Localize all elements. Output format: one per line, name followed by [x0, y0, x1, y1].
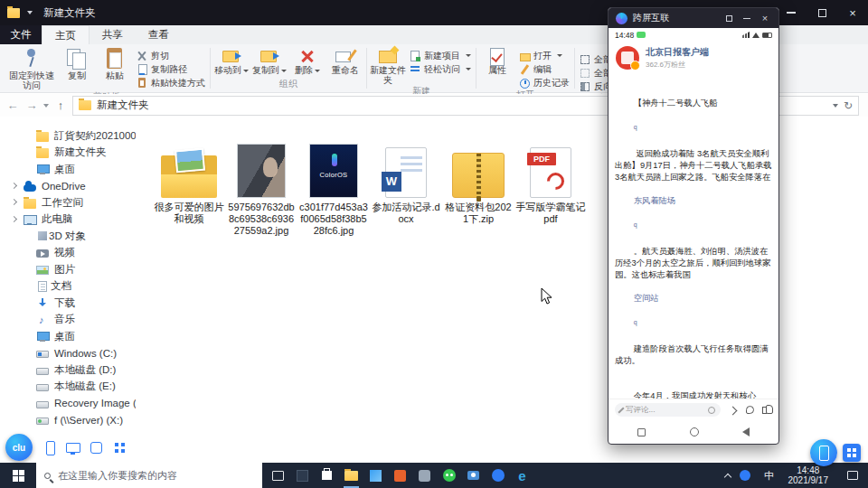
file-item[interactable]: 格证资料包2021下.zip — [443, 138, 514, 237]
phone-close-icon[interactable]: × — [759, 8, 771, 28]
phone-mirror-button[interactable] — [810, 439, 837, 466]
sidebar-item[interactable]: 音乐 — [0, 312, 136, 329]
file-item[interactable]: PDF 手写版学霸笔记pdf — [515, 138, 586, 237]
close-button[interactable]: × — [837, 0, 868, 25]
file-explorer-icon[interactable] — [339, 463, 363, 488]
sidebar-item[interactable]: 此电脑 — [0, 211, 136, 229]
sidebar-item[interactable]: 本地磁盘 (D:) — [0, 361, 136, 379]
new-item-button[interactable]: 新建项目 — [408, 50, 473, 61]
expand-chevron-icon[interactable] — [11, 215, 17, 221]
maximize-button[interactable] — [807, 0, 837, 25]
app-blue-circle-icon[interactable] — [486, 463, 510, 488]
cut-button[interactable]: 剪切 — [135, 50, 207, 61]
wechat-icon[interactable] — [437, 463, 461, 488]
sidebar-item[interactable]: 本地磁盘 (E:) — [0, 379, 136, 396]
taskbar-search[interactable] — [36, 463, 262, 488]
expand-chevron-icon[interactable] — [11, 182, 17, 188]
monitor-icon[interactable] — [66, 441, 80, 455]
cross-screen-logo-button[interactable]: clu — [5, 434, 33, 461]
sidebar-item[interactable]: 3D 对象 — [0, 228, 136, 245]
comment-icon[interactable] — [745, 405, 755, 415]
search-input[interactable] — [58, 470, 254, 481]
sidebar-item[interactable]: 下载 — [0, 295, 136, 312]
file-item[interactable]: 很多可爱的图片和视频 — [154, 138, 224, 237]
open-button[interactable]: 打开 — [517, 50, 571, 61]
phone-icon[interactable] — [42, 441, 56, 455]
apps-panel-button[interactable] — [843, 444, 861, 462]
apps-grid-icon[interactable] — [113, 441, 127, 455]
recent-locations-chevron-icon[interactable] — [43, 104, 49, 108]
recents-icon[interactable] — [637, 428, 646, 436]
back-button[interactable]: ← — [5, 99, 20, 112]
share-icon[interactable] — [728, 405, 738, 415]
sidebar-item[interactable]: 新建文件夹 — [0, 145, 136, 162]
emoji-icon[interactable] — [708, 407, 715, 414]
app-dark-blue-icon[interactable] — [290, 463, 315, 488]
sidebar-item[interactable]: 工作空间 — [0, 194, 136, 211]
home-icon[interactable] — [690, 427, 699, 436]
app-orange-icon[interactable] — [388, 463, 412, 488]
app-gray-icon[interactable] — [412, 463, 437, 488]
pin-to-quick-access-button[interactable]: 固定到快速访问 — [6, 46, 57, 90]
phone-minimize-icon[interactable] — [741, 8, 753, 28]
sidebar-item[interactable]: f (\\Server) (X:) — [0, 412, 136, 429]
qat-customize-chevron-icon[interactable] — [27, 11, 33, 14]
tab-file[interactable]: 文件 — [0, 25, 42, 44]
delete-button[interactable]: 删除 — [289, 46, 326, 75]
action-center-button[interactable] — [837, 463, 868, 488]
sidebar-item[interactable]: Windows (C:) — [0, 345, 136, 362]
taskbar-clock[interactable]: 14:48 2021/9/17 — [779, 465, 838, 485]
new-folder-icon — [378, 47, 398, 65]
hidden-icons-chevron-icon[interactable] — [723, 474, 731, 481]
sidebar-item[interactable]: Recovery Image (F:) — [0, 395, 136, 412]
store-icon[interactable] — [315, 463, 339, 488]
account-name[interactable]: 北京日报客户端 — [646, 46, 709, 59]
history-button[interactable]: 历史记录 — [517, 77, 571, 89]
paste-button[interactable]: 粘贴 — [97, 46, 133, 80]
tab-view[interactable]: 查看 — [136, 25, 182, 44]
comment-input[interactable]: 写评论... — [615, 403, 721, 417]
new-folder-button[interactable]: 新建文件夹 — [370, 46, 406, 85]
photos-icon[interactable] — [363, 463, 388, 488]
sidebar-item[interactable]: OneDrive — [0, 178, 136, 195]
minimize-button[interactable] — [776, 0, 807, 25]
copy-button[interactable]: 复制 — [59, 46, 95, 80]
sidebar-item[interactable]: 文档 — [0, 278, 136, 296]
phone-window-titlebar[interactable]: 跨屏互联 × — [609, 8, 778, 28]
like-icon[interactable] — [762, 405, 772, 415]
address-dropdown-chevron-icon[interactable] — [833, 104, 838, 108]
rename-button[interactable]: 重命名 — [327, 46, 363, 75]
ime-indicator[interactable]: 中 — [760, 469, 779, 483]
sidebar-item[interactable]: 图片 — [0, 261, 136, 278]
task-view-icon[interactable] — [266, 463, 290, 488]
file-item[interactable]: W 参加活动记录.docx — [371, 138, 441, 237]
expand-chevron-icon[interactable] — [11, 199, 17, 205]
edge-browser-icon[interactable]: e — [510, 463, 534, 488]
camera-app-icon[interactable] — [461, 463, 486, 488]
sidebar-item[interactable]: 訂貨契約20210005-104 — [0, 127, 136, 145]
copy-to-button[interactable]: 复制到 — [251, 46, 288, 75]
move-to-button[interactable]: 移动到 — [213, 46, 250, 75]
easy-access-button[interactable]: 轻松访问 — [408, 63, 473, 75]
refresh-icon[interactable]: ↻ — [844, 99, 853, 112]
file-item[interactable]: 5975697632db8c69538c693627559a2.jpg — [226, 138, 297, 237]
sidebar-item[interactable]: 视频 — [0, 245, 136, 262]
up-button[interactable]: ↑ — [53, 99, 68, 112]
properties-button[interactable]: 属性 — [479, 46, 515, 75]
start-button[interactable] — [0, 463, 36, 488]
tray-app-icon[interactable] — [740, 470, 750, 481]
screen-mirror-icon[interactable] — [90, 441, 103, 455]
file-item[interactable]: ColorOS c301f77d453a3f0065d58f38b528fc6.… — [298, 138, 369, 237]
paste-shortcut-button[interactable]: 粘贴快捷方式 — [135, 77, 207, 89]
forward-button[interactable]: → — [24, 99, 39, 112]
copy-path-button[interactable]: 复制路径 — [135, 63, 207, 75]
tab-share[interactable]: 共享 — [90, 25, 136, 44]
sidebar-item[interactable]: 桌面 — [0, 328, 136, 345]
phone-restore-icon[interactable] — [722, 8, 735, 28]
edit-button[interactable]: 编辑 — [517, 63, 571, 75]
back-icon[interactable] — [742, 427, 750, 436]
sidebar-item[interactable]: 桌面 — [0, 161, 136, 178]
tab-home[interactable]: 主页 — [42, 25, 90, 44]
avatar[interactable] — [616, 46, 639, 70]
breadcrumb-path[interactable]: 新建文件夹 — [97, 99, 149, 112]
